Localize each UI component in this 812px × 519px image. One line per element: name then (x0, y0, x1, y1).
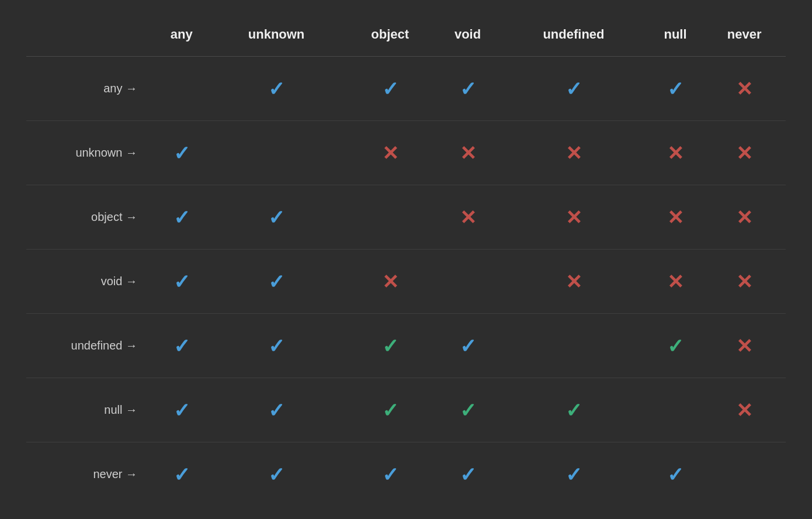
cross-icon: ✕ (736, 78, 752, 100)
cell-4-1: ✓ (209, 314, 345, 378)
cell-0-1: ✓ (209, 57, 345, 121)
cell-6-0: ✓ (155, 442, 209, 507)
row-label-2: object → (26, 185, 155, 250)
table-row: any →✓✓✓✓✓✕ (26, 57, 786, 121)
cell-4-2: ✓ (345, 314, 436, 378)
cell-5-3: ✓ (436, 378, 499, 442)
row-label-3: void → (26, 250, 155, 314)
cell-2-5: ✕ (648, 185, 703, 250)
cell-3-6: ✕ (703, 250, 786, 314)
check-icon-blue: ✓ (268, 78, 284, 100)
cell-0-5: ✓ (648, 57, 703, 121)
cell-6-2: ✓ (345, 442, 436, 507)
check-icon-blue: ✓ (173, 335, 190, 357)
col-header-void: void (436, 13, 499, 57)
check-icon-blue: ✓ (460, 78, 476, 100)
cell-1-2: ✕ (345, 121, 436, 185)
check-icon-blue: ✓ (667, 78, 683, 100)
col-header-undefined: undefined (499, 13, 648, 57)
row-label-4: undefined → (26, 314, 155, 378)
cell-1-1 (209, 121, 345, 185)
cell-1-3: ✕ (436, 121, 499, 185)
cross-icon: ✕ (460, 206, 476, 229)
check-icon-blue: ✓ (268, 335, 284, 357)
corner-header (26, 13, 155, 57)
cell-2-4: ✕ (499, 185, 648, 250)
cell-3-2: ✕ (345, 250, 436, 314)
cell-0-4: ✓ (499, 57, 648, 121)
cell-4-4 (499, 314, 648, 378)
cross-icon: ✕ (667, 206, 683, 229)
check-icon-blue: ✓ (565, 78, 582, 100)
cell-1-0: ✓ (155, 121, 209, 185)
cross-icon: ✕ (565, 206, 582, 229)
cell-2-6: ✕ (703, 185, 786, 250)
cell-1-4: ✕ (499, 121, 648, 185)
cross-icon: ✕ (382, 142, 398, 164)
row-label-0: any → (26, 57, 155, 121)
check-icon-blue: ✓ (460, 335, 476, 357)
type-compatibility-table: anyunknownobjectvoidundefinednullnever a… (26, 13, 786, 507)
cell-4-5: ✓ (648, 314, 703, 378)
check-icon-blue: ✓ (173, 399, 190, 421)
cell-5-5 (648, 378, 703, 442)
check-icon-blue: ✓ (382, 78, 398, 100)
cell-4-3: ✓ (436, 314, 499, 378)
cell-0-0 (155, 57, 209, 121)
cell-0-6: ✕ (703, 57, 786, 121)
cell-0-2: ✓ (345, 57, 436, 121)
cell-1-6: ✕ (703, 121, 786, 185)
cross-icon: ✕ (736, 142, 752, 164)
cell-5-4: ✓ (499, 378, 648, 442)
row-label-1: unknown → (26, 121, 155, 185)
cross-icon: ✕ (382, 271, 398, 293)
col-header-any: any (155, 13, 209, 57)
check-icon-blue: ✓ (268, 271, 284, 293)
table-row: unknown →✓✕✕✕✕✕ (26, 121, 786, 185)
check-icon-blue: ✓ (173, 271, 190, 293)
cell-6-6 (703, 442, 786, 507)
check-icon-blue: ✓ (173, 142, 190, 164)
cross-icon: ✕ (667, 271, 683, 293)
table-row: void →✓✓✕✕✕✕ (26, 250, 786, 314)
comparison-table-container: anyunknownobjectvoidundefinednullnever a… (26, 13, 786, 507)
check-icon-green: ✓ (667, 335, 683, 357)
check-icon-green: ✓ (460, 399, 476, 421)
col-header-null: null (648, 13, 703, 57)
cross-icon: ✕ (565, 271, 582, 293)
cross-icon: ✕ (736, 271, 752, 293)
check-icon-blue: ✓ (268, 206, 284, 229)
col-header-unknown: unknown (209, 13, 345, 57)
cell-4-6: ✕ (703, 314, 786, 378)
cell-4-0: ✓ (155, 314, 209, 378)
cell-2-1: ✓ (209, 185, 345, 250)
cell-2-0: ✓ (155, 185, 209, 250)
check-icon-blue: ✓ (173, 206, 190, 229)
row-label-6: never → (26, 442, 155, 507)
cell-3-4: ✕ (499, 250, 648, 314)
col-header-object: object (345, 13, 436, 57)
table-row: object →✓✓✕✕✕✕ (26, 185, 786, 250)
cross-icon: ✕ (736, 335, 752, 357)
table-row: never →✓✓✓✓✓✓ (26, 442, 786, 507)
check-icon-green: ✓ (565, 399, 582, 421)
cell-6-4: ✓ (499, 442, 648, 507)
check-icon-blue: ✓ (460, 463, 476, 486)
check-icon-green: ✓ (382, 399, 398, 421)
row-label-5: null → (26, 378, 155, 442)
cell-1-5: ✕ (648, 121, 703, 185)
cell-2-2 (345, 185, 436, 250)
cell-3-1: ✓ (209, 250, 345, 314)
cross-icon: ✕ (736, 206, 752, 229)
cell-3-3 (436, 250, 499, 314)
check-icon-blue: ✓ (173, 463, 190, 486)
cross-icon: ✕ (565, 142, 582, 164)
cell-6-5: ✓ (648, 442, 703, 507)
table-row: undefined →✓✓✓✓✓✕ (26, 314, 786, 378)
cross-icon: ✕ (667, 142, 683, 164)
cell-5-6: ✕ (703, 378, 786, 442)
cell-5-0: ✓ (155, 378, 209, 442)
cell-0-3: ✓ (436, 57, 499, 121)
col-header-never: never (703, 13, 786, 57)
cell-5-2: ✓ (345, 378, 436, 442)
